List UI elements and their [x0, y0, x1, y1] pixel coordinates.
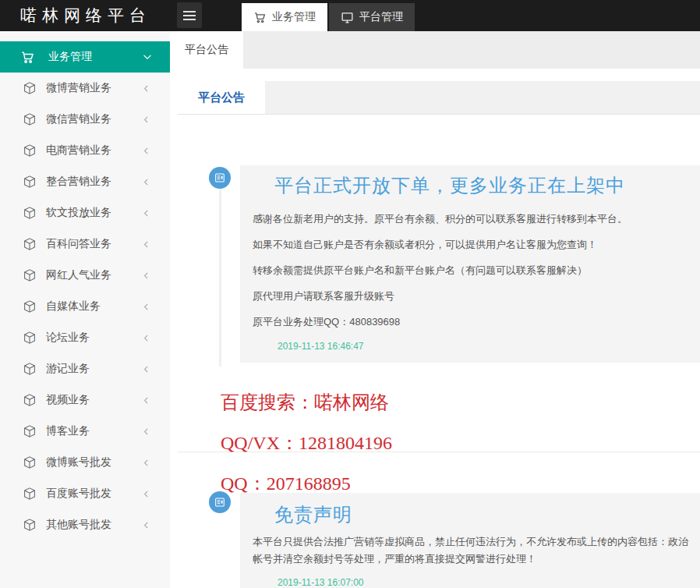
sidebar-item[interactable]: 其他账号批发: [0, 509, 170, 540]
promo-text-block: 百度搜索：喏林网络 QQ/VX：1281804196 QQ：207168895: [221, 390, 392, 512]
sidebar-item[interactable]: 软文投放业务: [0, 197, 170, 228]
cube-icon: [23, 299, 37, 313]
open-tab-platform-announcement[interactable]: 平台公告: [170, 31, 243, 69]
sidebar-item-label: 微博营销业务: [46, 81, 111, 95]
sidebar-item[interactable]: 微博账号批发: [0, 447, 170, 478]
cube-icon: [23, 206, 37, 220]
sidebar-section-label: 业务管理: [48, 50, 92, 64]
promo-line: 百度搜索：喏林网络: [221, 390, 392, 410]
sidebar-item-label: 微信营销业务: [46, 112, 111, 126]
app-title: 喏林网络平台: [20, 0, 151, 31]
chevron-left-icon: [141, 302, 151, 312]
top-nav: 业务管理 平台管理: [242, 3, 415, 31]
sidebar-item[interactable]: 微信营销业务: [0, 104, 170, 135]
chevron-left-icon: [141, 83, 151, 94]
sidebar: 业务管理 微博营销业务: [0, 31, 170, 588]
announcement-timestamp: 2019-11-13 16:07:00: [240, 577, 700, 588]
promo-line: QQ：207168895: [221, 471, 392, 491]
cube-icon: [23, 487, 37, 501]
cube-icon: [23, 331, 37, 345]
sidebar-item[interactable]: 游记业务: [0, 353, 170, 384]
sidebar-item-label: 自媒体业务: [46, 299, 101, 313]
chevron-left-icon: [141, 115, 151, 125]
sidebar-item-label: 软文投放业务: [46, 206, 111, 220]
cube-icon: [23, 81, 37, 95]
announcement-title: 平台正式开放下单，更多业务正在上架中: [240, 172, 700, 200]
cube-icon: [23, 518, 37, 532]
sidebar-item[interactable]: 论坛业务: [0, 322, 170, 353]
announcement-paragraph: 如果不知道自己账户是否有余额或者积分，可以提供用户名让客服为您查询！: [240, 238, 700, 251]
sidebar-menu: 微博营销业务 微信营销业务 电商营销业务: [0, 73, 170, 540]
chevron-left-icon: [141, 489, 151, 499]
chevron-left-icon: [141, 239, 151, 250]
sidebar-item[interactable]: 自媒体业务: [0, 291, 170, 322]
promo-line: QQ/VX：1281804196: [221, 430, 392, 451]
announcement-item: 平台正式开放下单，更多业务正在上架中 感谢各位新老用户的支持。原平台有余额、积分…: [240, 165, 700, 363]
app-window: 喏林网络平台 业务管理 平台管理 平台公告: [0, 0, 700, 588]
chevron-left-icon: [141, 333, 151, 343]
cube-icon: [23, 362, 37, 376]
sidebar-item[interactable]: 百度账号批发: [0, 478, 170, 509]
chevron-left-icon: [141, 427, 151, 437]
chevron-left-icon: [141, 395, 151, 406]
cube-icon: [23, 112, 37, 126]
announcement-paragraph: 本平台只提供合法推广营销等虚拟商品，禁止任何违法行为，不允许发布或上传的内容包括…: [240, 533, 700, 551]
sidebar-item-label: 论坛业务: [46, 331, 90, 345]
announcement-body: 感谢各位新老用户的支持。原平台有余额、积分的可以联系客服进行转移到本平台。 如果…: [240, 212, 700, 328]
sidebar-item-label: 电商营销业务: [46, 143, 111, 158]
sidebar-item-label: 微博账号批发: [46, 455, 111, 469]
chevron-left-icon: [141, 458, 151, 468]
timeline-line: [219, 189, 221, 367]
announcement-paragraph: 帐号并清空余额封号等处理，严重的将直接提交网警进行处理！: [240, 551, 700, 568]
sidebar-item-label: 其他账号批发: [46, 518, 111, 532]
chevron-left-icon: [141, 271, 151, 281]
sidebar-item[interactable]: 网红人气业务: [0, 260, 170, 291]
sidebar-item-label: 百度账号批发: [46, 487, 111, 501]
announcement-paragraph: 原平台业务处理QQ：480839698: [240, 315, 700, 328]
sidebar-item-label: 整合营销业务: [46, 175, 111, 189]
tab-business-management[interactable]: 业务管理: [242, 3, 327, 31]
sidebar-item-label: 网红人气业务: [46, 268, 111, 282]
hamburger-icon: [183, 11, 196, 12]
announcement-body: 本平台只提供合法推广营销等虚拟商品，禁止任何违法行为，不允许发布或上传的内容包括…: [240, 533, 700, 568]
sidebar-item-label: 视频业务: [46, 393, 90, 407]
sidebar-toggle-button[interactable]: [177, 2, 202, 28]
announcement-timestamp: 2019-11-13 16:46:47: [240, 341, 700, 352]
tab-label: 业务管理: [272, 10, 316, 24]
sidebar-section-business[interactable]: 业务管理: [0, 41, 170, 73]
card-tab-platform-announcement[interactable]: 平台公告: [178, 81, 265, 114]
chevron-left-icon: [141, 146, 151, 156]
newspaper-icon: [209, 167, 231, 189]
announcement-paragraph: 感谢各位新老用户的支持。原平台有余额、积分的可以联系客服进行转移到本平台。: [240, 212, 700, 225]
tab-label: 平台管理: [359, 10, 403, 24]
sidebar-item-label: 博客业务: [46, 424, 90, 438]
top-bar: 喏林网络平台 业务管理 平台管理: [0, 0, 700, 31]
sidebar-item[interactable]: 电商营销业务: [0, 135, 170, 166]
cube-icon: [23, 268, 37, 282]
chevron-left-icon: [141, 208, 151, 218]
cube-icon: [23, 237, 37, 251]
sidebar-item-label: 百科问答业务: [46, 237, 111, 251]
sidebar-item[interactable]: 博客业务: [0, 416, 170, 447]
cart-icon: [253, 11, 267, 24]
tab-platform-management[interactable]: 平台管理: [329, 3, 415, 31]
sidebar-item[interactable]: 百科问答业务: [0, 228, 170, 260]
chevron-down-icon: [142, 51, 153, 62]
sidebar-item-label: 游记业务: [46, 362, 90, 376]
sidebar-item[interactable]: 视频业务: [0, 384, 170, 416]
cart-icon: [20, 50, 35, 65]
announcement-paragraph: 转移余额需提供原平台账户名和新平台账户名（有问题可以联系客服解决）: [240, 264, 700, 277]
cube-icon: [23, 175, 37, 189]
monitor-icon: [341, 11, 354, 24]
newspaper-icon: [209, 491, 231, 513]
sidebar-item[interactable]: 整合营销业务: [0, 166, 170, 197]
open-tabs-bar: 平台公告: [170, 31, 700, 69]
card-tab-strip: 平台公告: [178, 81, 700, 115]
chevron-left-icon: [141, 520, 151, 530]
cube-icon: [23, 424, 37, 438]
cube-icon: [23, 143, 37, 158]
sidebar-item[interactable]: 微博营销业务: [0, 73, 170, 104]
announcement-paragraph: 原代理用户请联系客服升级账号: [240, 289, 700, 303]
chevron-left-icon: [141, 177, 151, 187]
chevron-left-icon: [141, 364, 151, 374]
